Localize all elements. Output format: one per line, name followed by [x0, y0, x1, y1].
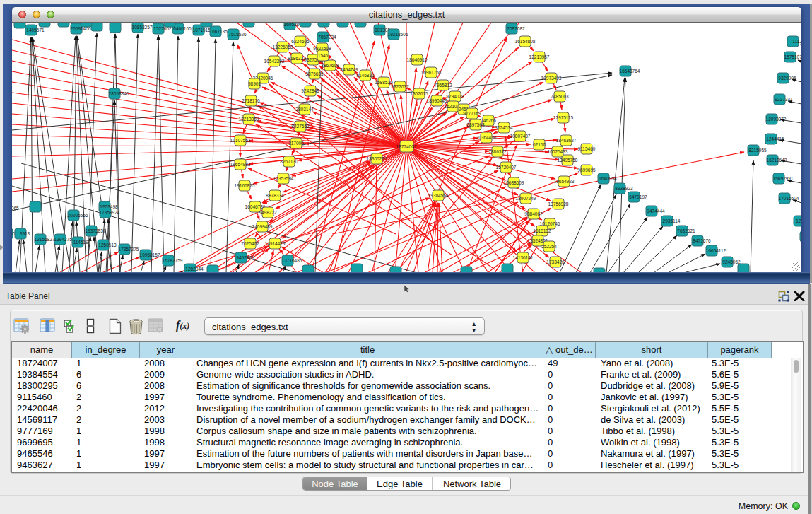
svg-text:10958157: 10958157 [140, 252, 160, 257]
svg-text:317006: 317006 [288, 141, 304, 146]
svg-text:8215955: 8215955 [748, 148, 767, 153]
svg-text:10107553: 10107553 [230, 138, 251, 143]
svg-text:13226058: 13226058 [273, 45, 293, 49]
svg-text:13756928: 13756928 [548, 201, 569, 206]
svg-text:7625402: 7625402 [241, 241, 259, 246]
svg-text:9457791: 9457791 [236, 255, 254, 260]
svg-text:10973493: 10973493 [541, 76, 562, 81]
svg-text:8454749: 8454749 [340, 67, 358, 72]
svg-text:9777169: 9777169 [463, 111, 481, 116]
svg-text:19218506: 19218506 [388, 32, 408, 37]
svg-text:7955812: 7955812 [434, 83, 452, 88]
svg-text:3624534: 3624534 [495, 125, 513, 130]
svg-text:16648764: 16648764 [620, 69, 640, 74]
svg-text:12975115: 12975115 [553, 115, 574, 120]
svg-text:15692991: 15692991 [773, 176, 794, 181]
svg-text:252254: 252254 [541, 244, 557, 249]
svg-text:19166825: 19166825 [235, 183, 255, 188]
svg-text:9115460: 9115460 [578, 146, 596, 151]
svg-text:17359924: 17359924 [100, 210, 120, 215]
svg-text:126753: 126753 [796, 218, 801, 223]
svg-text:14099489: 14099489 [252, 224, 273, 229]
svg-text:9699695: 9699695 [577, 168, 596, 173]
svg-text:17016504: 17016504 [779, 196, 799, 201]
svg-text:19654923: 19654923 [554, 179, 575, 184]
svg-text:9329906: 9329906 [778, 76, 796, 81]
svg-text:2803144: 2803144 [295, 107, 314, 112]
svg-text:1112: 1112 [792, 39, 801, 44]
svg-text:8471676: 8471676 [693, 238, 711, 243]
svg-text:14136141: 14136141 [513, 255, 534, 260]
svg-text:1733426: 1733426 [546, 259, 565, 264]
svg-text:10853257: 10853257 [132, 25, 153, 30]
svg-text:7857234: 7857234 [318, 35, 336, 40]
svg-text:6224605: 6224605 [291, 39, 310, 44]
svg-text:28053346: 28053346 [109, 91, 129, 96]
svg-text:1640954: 1640954 [599, 176, 617, 181]
svg-text:15720407: 15720407 [496, 165, 517, 170]
svg-text:12213369: 12213369 [239, 117, 259, 122]
svg-text:1405571: 1405571 [26, 28, 45, 33]
svg-text:9146821: 9146821 [356, 73, 375, 78]
svg-text:9242848: 9242848 [301, 88, 319, 93]
svg-text:16154808: 16154808 [515, 39, 536, 44]
svg-text:8878334: 8878334 [266, 193, 284, 198]
svg-text:98901: 98901 [248, 81, 261, 86]
svg-text:6479197: 6479197 [629, 194, 647, 199]
svg-text:1250513: 1250513 [98, 243, 117, 247]
svg-text:7515526: 7515526 [228, 32, 247, 37]
svg-text:10807487: 10807487 [510, 134, 531, 139]
svg-text:13495758: 13495758 [558, 158, 578, 163]
svg-text:16671355: 16671355 [210, 29, 230, 34]
svg-text:1546: 1546 [318, 53, 329, 58]
svg-text:2718176: 2718176 [242, 98, 260, 103]
svg-text:9794028: 9794028 [446, 94, 464, 99]
svg-text:12156827: 12156827 [35, 237, 55, 242]
svg-text:14914479: 14914479 [265, 241, 286, 246]
svg-text:13716485: 13716485 [282, 258, 302, 263]
svg-text:18907249: 18907249 [516, 196, 536, 201]
svg-text:10543392: 10543392 [264, 59, 285, 64]
svg-text:3875685: 3875685 [305, 71, 324, 76]
svg-text:2935114: 2935114 [663, 218, 681, 223]
svg-text:62160: 62160 [533, 142, 546, 147]
svg-text:2526065: 2526065 [12, 206, 19, 211]
svg-text:1244415: 1244415 [766, 136, 784, 141]
svg-text:9227341: 9227341 [775, 97, 793, 102]
svg-text:16782759: 16782759 [163, 258, 183, 263]
svg-text:16961758: 16961758 [421, 70, 442, 75]
svg-text:7886372: 7886372 [488, 149, 507, 154]
svg-text:19384554: 19384554 [428, 193, 449, 198]
svg-text:8267130: 8267130 [280, 159, 298, 164]
svg-text:18300295: 18300295 [367, 156, 387, 161]
svg-text:8938923: 8938923 [615, 186, 633, 191]
svg-text:18463627: 18463627 [556, 138, 577, 143]
svg-text:18990443: 18990443 [427, 98, 447, 103]
svg-text:7632621: 7632621 [677, 228, 695, 233]
svg-text:12213957: 12213957 [529, 54, 550, 59]
svg-text:12353594: 12353594 [273, 176, 294, 181]
svg-text:1615152: 1615152 [533, 228, 551, 233]
svg-text:15751074: 15751074 [784, 54, 801, 59]
svg-text:5322037: 5322037 [391, 84, 409, 89]
svg-text:2867608: 2867608 [321, 63, 339, 68]
svg-text:7485003: 7485003 [551, 94, 569, 99]
svg-text:19654983: 19654983 [230, 162, 251, 167]
svg-text:10654112: 10654112 [706, 248, 726, 253]
svg-text:18724007: 18724007 [396, 144, 417, 149]
svg-text:19375857: 19375857 [86, 228, 106, 233]
svg-text:1362615: 1362615 [410, 91, 428, 96]
svg-text:8427552: 8427552 [291, 124, 310, 129]
svg-text:20364436: 20364436 [476, 135, 497, 140]
svg-text:17357275: 17357275 [119, 247, 139, 252]
svg-text:2087682: 2087682 [507, 26, 525, 31]
svg-text:6466160: 6466160 [173, 26, 192, 31]
svg-text:1282344: 1282344 [185, 267, 204, 271]
svg-text:12093872: 12093872 [766, 117, 787, 122]
svg-text:20206556: 20206556 [68, 213, 88, 218]
svg-text:16210643: 16210643 [767, 158, 787, 163]
svg-text:1145194: 1145194 [73, 240, 91, 245]
svg-text:9884067: 9884067 [524, 211, 543, 216]
svg-text:10688609: 10688609 [504, 180, 524, 185]
svg-text:18640910: 18640910 [407, 57, 428, 62]
